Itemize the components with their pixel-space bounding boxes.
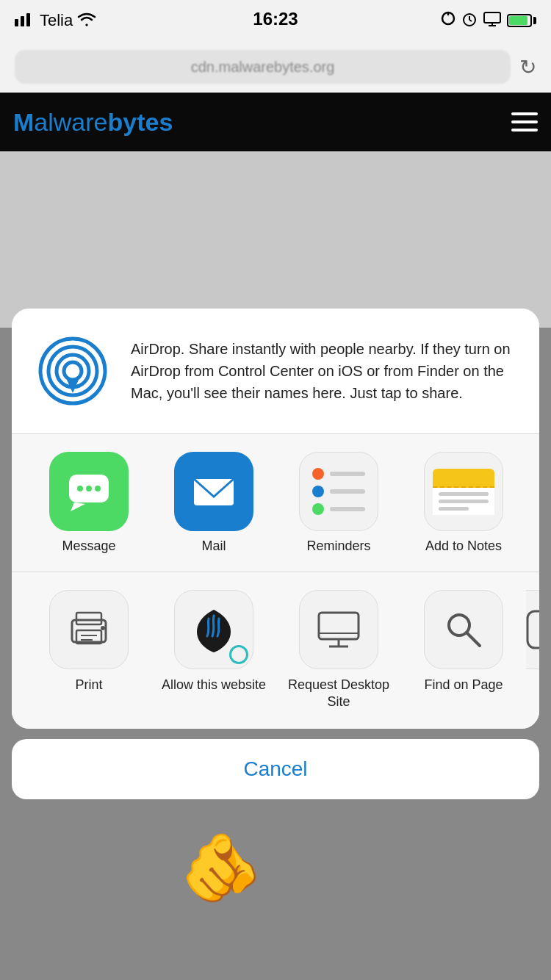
status-bar: Telia 16:23 (0, 0, 551, 41)
logo: Malwarebytes (13, 108, 173, 137)
app-message[interactable]: Message (26, 452, 151, 554)
lock-icon (441, 11, 455, 31)
apps-row: Message Mail (12, 434, 539, 572)
message-icon (49, 452, 129, 531)
url-field[interactable]: cdn.malwarebytes.org (15, 50, 511, 84)
reload-button[interactable]: ↻ (519, 55, 536, 79)
svg-marker-17 (71, 502, 85, 511)
page-content (0, 151, 551, 328)
app-reminders[interactable]: Reminders (276, 452, 401, 554)
carrier-label: Telia (40, 11, 73, 30)
airdrop-section: AirDrop. Share instantly with people nea… (12, 309, 539, 434)
svg-point-11 (64, 362, 82, 380)
battery-icon (507, 14, 536, 27)
logo-text: Malwarebytes (13, 108, 173, 137)
svg-rect-34 (527, 611, 539, 648)
action-desktop-site[interactable]: Request Desktop Site (276, 590, 401, 711)
cancel-button[interactable]: Cancel (12, 739, 539, 799)
svg-point-18 (77, 486, 83, 491)
svg-line-7 (469, 20, 472, 21)
svg-rect-8 (484, 12, 500, 23)
monitor-icon (299, 590, 378, 669)
share-sheet-overlay: AirDrop. Share instantly with people nea… (0, 309, 551, 980)
svg-point-20 (95, 486, 101, 491)
hamburger-menu[interactable] (511, 112, 538, 131)
partial-icon (526, 590, 539, 669)
find-page-label: Find on Page (424, 677, 503, 693)
notes-icon (424, 452, 503, 531)
ring-indicator (229, 645, 248, 664)
wifi-icon (77, 10, 96, 31)
action-partial[interactable] (526, 590, 539, 711)
svg-rect-2 (26, 13, 30, 26)
svg-point-19 (86, 486, 92, 491)
browser-bar: cdn.malwarebytes.org ↻ (0, 41, 551, 93)
svg-line-33 (467, 633, 480, 646)
svg-point-25 (101, 626, 105, 630)
svg-rect-0 (15, 19, 18, 26)
app-notes[interactable]: Add to Notes (401, 452, 526, 554)
status-left: Telia (15, 10, 96, 31)
status-right (441, 11, 536, 31)
notes-label: Add to Notes (425, 538, 502, 554)
signal-icon (15, 10, 35, 31)
alarm-icon (461, 11, 478, 31)
share-sheet: AirDrop. Share instantly with people nea… (12, 309, 539, 729)
action-print[interactable]: Print (26, 590, 151, 711)
app-mail[interactable]: Mail (151, 452, 276, 554)
reminders-icon (299, 452, 378, 531)
url-text: cdn.malwarebytes.org (191, 59, 335, 76)
airdrop-description: AirDrop. Share instantly with people nea… (131, 338, 519, 404)
message-label: Message (62, 538, 115, 554)
clock: 16:23 (253, 9, 298, 29)
svg-rect-23 (76, 613, 101, 624)
mail-label: Mail (201, 538, 226, 554)
print-label: Print (75, 677, 102, 693)
airdrop-icon (32, 331, 113, 411)
action-find-page[interactable]: Find on Page (401, 590, 526, 711)
print-icon (49, 590, 129, 669)
nav-bar: Malwarebytes (0, 93, 551, 151)
action-allow-website[interactable]: Allow this website (151, 590, 276, 711)
svg-rect-1 (21, 16, 24, 26)
actions-row: Print Allow this website (12, 572, 539, 729)
allow-website-label: Allow this website (162, 677, 266, 693)
mail-icon (174, 452, 253, 531)
reminders-label: Reminders (306, 538, 370, 554)
display-icon (483, 11, 501, 31)
malwarebytes-action-icon (174, 590, 253, 669)
svg-rect-28 (319, 613, 359, 639)
search-icon (424, 590, 503, 669)
cancel-label: Cancel (243, 757, 307, 781)
desktop-site-label: Request Desktop Site (276, 677, 401, 711)
